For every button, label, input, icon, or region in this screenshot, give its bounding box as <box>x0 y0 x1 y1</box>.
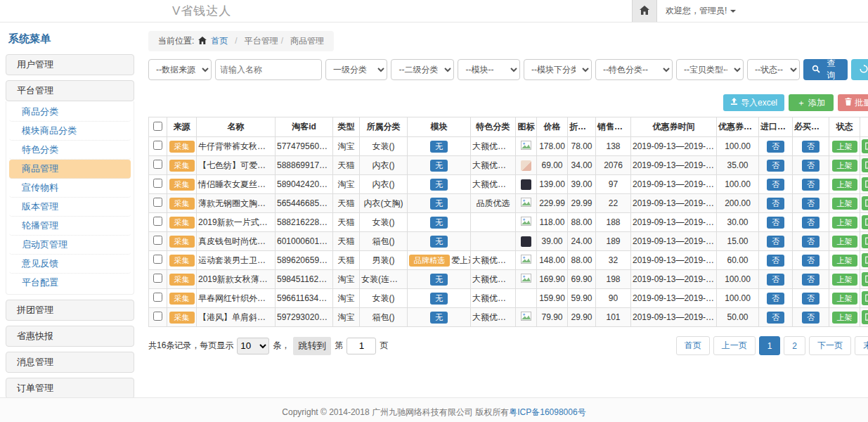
edit-button[interactable] <box>862 272 868 286</box>
select-all-checkbox[interactable] <box>153 122 162 131</box>
status-button[interactable]: 上架 <box>832 141 857 153</box>
sidebar-item-商品分类[interactable]: 商品分类 <box>9 103 131 122</box>
search-button[interactable]: 查询 <box>803 59 848 80</box>
broken-image-icon <box>521 313 531 323</box>
status-button[interactable]: 上架 <box>832 179 857 191</box>
sidebar-item-宣传物料[interactable]: 宣传物料 <box>9 179 131 198</box>
discount-price: 29.90 <box>568 308 596 327</box>
imported-toggle-button[interactable]: 否 <box>767 179 784 191</box>
row-checkbox[interactable] <box>153 198 162 207</box>
product-name: 真皮钱包时尚优雅女士... <box>197 232 276 251</box>
sidebar-item-意见反馈[interactable]: 意见反馈 <box>9 255 131 274</box>
page-button-末页[interactable]: 末页 <box>855 336 868 355</box>
module-sub-select[interactable]: --模块下分类-- <box>524 59 592 80</box>
sidebar-group-订单管理[interactable]: 订单管理 <box>6 378 134 399</box>
imported-toggle-button[interactable]: 否 <box>767 293 784 305</box>
page-button-上一页[interactable]: 上一页 <box>713 336 756 355</box>
must-buy-toggle-button[interactable]: 否 <box>802 160 820 172</box>
status-button[interactable]: 上架 <box>832 198 857 210</box>
home-button[interactable] <box>632 0 657 22</box>
edit-button[interactable] <box>862 196 868 210</box>
edit-button[interactable] <box>862 215 868 229</box>
status-button[interactable]: 上架 <box>832 255 857 267</box>
imported-toggle-button[interactable]: 否 <box>767 236 784 248</box>
product-category: 箱包() <box>360 308 408 327</box>
sidebar-group-拼团管理[interactable]: 拼团管理 <box>6 300 134 321</box>
sidebar-item-模块商品分类[interactable]: 模块商品分类 <box>9 122 131 141</box>
imported-toggle-button[interactable]: 否 <box>767 274 784 286</box>
special-category-select[interactable]: --特色分类-- <box>595 59 673 80</box>
must-buy-toggle-button[interactable]: 否 <box>802 312 820 324</box>
edit-button[interactable] <box>862 234 868 248</box>
must-buy-toggle-button[interactable]: 否 <box>802 141 820 153</box>
must-buy-toggle-button[interactable]: 否 <box>802 255 820 267</box>
sidebar-group-用户管理[interactable]: 用户管理 <box>6 54 134 75</box>
row-checkbox[interactable] <box>153 160 162 169</box>
imported-toggle-button[interactable]: 否 <box>767 255 784 267</box>
data-source-select[interactable]: --数据来源-- <box>148 59 212 80</box>
edit-button[interactable] <box>862 291 868 305</box>
imported-toggle-button[interactable]: 否 <box>767 141 784 153</box>
status-button[interactable]: 上架 <box>832 274 857 286</box>
name-input[interactable] <box>215 59 322 80</box>
reset-button[interactable]: 重置 <box>851 59 868 80</box>
row-checkbox[interactable] <box>153 217 162 226</box>
page-number-input[interactable] <box>346 338 376 354</box>
module-select[interactable]: --模块-- <box>458 59 519 80</box>
sidebar-item-商品管理[interactable]: 商品管理 <box>9 160 131 179</box>
per-page-select[interactable]: 10 <box>237 338 269 354</box>
page-button-首页[interactable]: 首页 <box>676 336 710 355</box>
imported-toggle-button[interactable]: 否 <box>767 198 784 210</box>
sidebar-group-消息管理[interactable]: 消息管理 <box>6 352 134 373</box>
table-row: 采集情侣睡衣女夏丝绸男士...589042420344淘宝内衣()无大额优惠券1… <box>149 175 868 194</box>
user-menu[interactable]: 欢迎您，管理员! <box>657 5 868 17</box>
must-buy-toggle-button[interactable]: 否 <box>802 217 820 229</box>
row-checkbox[interactable] <box>153 293 162 302</box>
status-button[interactable]: 上架 <box>832 236 857 248</box>
sidebar-group-平台管理[interactable]: 平台管理 <box>6 80 134 101</box>
page-button-下一页[interactable]: 下一页 <box>809 336 851 355</box>
category-l1-select[interactable]: 一级分类 <box>325 59 387 80</box>
module-badge: 无 <box>430 274 448 286</box>
sidebar-item-轮播管理[interactable]: 轮播管理 <box>9 217 131 236</box>
import-excel-button[interactable]: 导入excel <box>723 94 784 111</box>
sidebar-group-省惠快报[interactable]: 省惠快报 <box>6 326 134 347</box>
row-checkbox[interactable] <box>153 236 162 245</box>
status-button[interactable]: 上架 <box>832 217 857 229</box>
imported-toggle-button[interactable]: 否 <box>767 312 784 324</box>
must-buy-toggle-button[interactable]: 否 <box>802 293 820 305</box>
page-button-2[interactable]: 2 <box>784 336 805 355</box>
edit-button[interactable] <box>862 139 868 153</box>
sidebar-item-平台配置[interactable]: 平台配置 <box>9 274 131 293</box>
must-buy-toggle-button[interactable]: 否 <box>802 274 820 286</box>
item-type-select[interactable]: --宝贝类型-- <box>676 59 744 80</box>
imported-toggle-button[interactable]: 否 <box>767 217 784 229</box>
edit-button[interactable] <box>862 158 868 172</box>
sidebar-item-版本管理[interactable]: 版本管理 <box>9 198 131 217</box>
row-checkbox[interactable] <box>153 179 162 188</box>
row-checkbox[interactable] <box>153 255 162 264</box>
breadcrumb-home-link[interactable]: 首页 <box>211 35 228 47</box>
row-checkbox[interactable] <box>153 274 162 283</box>
row-checkbox[interactable] <box>153 141 162 150</box>
sidebar-item-启动页管理[interactable]: 启动页管理 <box>9 236 131 255</box>
status-button[interactable]: 上架 <box>832 160 857 172</box>
page-button-1[interactable]: 1 <box>759 336 781 355</box>
status-button[interactable]: 上架 <box>832 293 857 305</box>
status-button[interactable]: 上架 <box>832 312 857 324</box>
row-checkbox[interactable] <box>153 312 162 321</box>
batch-delete-button[interactable]: 批量删除 <box>838 94 868 111</box>
edit-button[interactable] <box>862 310 868 324</box>
must-buy-toggle-button[interactable]: 否 <box>802 179 820 191</box>
sidebar-item-特色分类[interactable]: 特色分类 <box>9 141 131 160</box>
icp-link[interactable]: 粤ICP备16098006号 <box>509 407 585 417</box>
must-buy-toggle-button[interactable]: 否 <box>802 236 820 248</box>
edit-button[interactable] <box>862 177 868 191</box>
edit-button[interactable] <box>862 253 868 267</box>
jump-button[interactable]: 跳转到 <box>293 337 331 355</box>
must-buy-toggle-button[interactable]: 否 <box>802 198 820 210</box>
add-button[interactable]: ＋ 添加 <box>789 94 834 111</box>
imported-toggle-button[interactable]: 否 <box>767 160 784 172</box>
category-l2-select[interactable]: --二级分类-- <box>391 59 454 80</box>
status-select[interactable]: --状态-- <box>747 59 800 80</box>
